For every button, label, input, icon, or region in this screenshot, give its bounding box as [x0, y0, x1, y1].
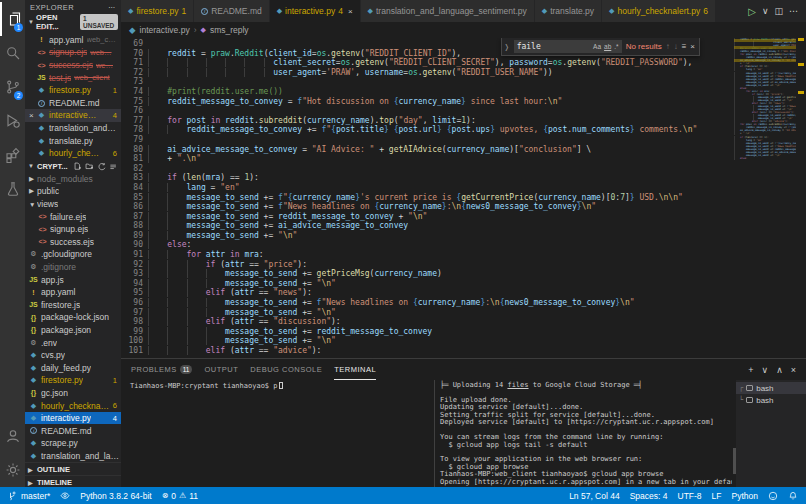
terminal-pane-left[interactable]: Tianhaos-MBP:cryptant tianhaoyao$ p: [121, 380, 435, 487]
open-editor-item[interactable]: ◆translate.py: [25, 134, 121, 147]
regex-icon[interactable]: .*: [614, 43, 618, 50]
tree-item-README-md[interactable]: iREADME.md: [25, 424, 121, 437]
panel-tab-terminal[interactable]: TERMINAL: [334, 359, 376, 380]
terminal-tab-bash[interactable]: └bash: [736, 394, 806, 406]
collapse-all-icon[interactable]: [109, 162, 118, 171]
open-editor-item[interactable]: ◆translation_and…: [25, 122, 121, 135]
activity-account[interactable]: [0, 419, 25, 453]
timeline-header[interactable]: ▶ TIMELINE: [25, 475, 121, 487]
tab-translate-py[interactable]: ◆translate.py: [535, 0, 602, 22]
tree-item-daily-feed-py[interactable]: ◆daily_feed.py: [25, 361, 121, 374]
tab-close-icon[interactable]: ×: [348, 7, 353, 16]
terminal-dropdown-icon[interactable]: ∨: [762, 365, 769, 375]
activity-testing[interactable]: [0, 172, 25, 206]
tree-item-package-lock-json[interactable]: {}package-lock.json: [25, 311, 121, 324]
find-in-selection-icon[interactable]: ≡: [682, 42, 687, 51]
open-editor-item[interactable]: <>success.ejswe…: [25, 59, 121, 72]
activity-explorer[interactable]: 1: [0, 2, 25, 36]
tree-item--env[interactable]: ⚙.env: [25, 336, 121, 349]
breadcrumb-file[interactable]: interactive.py: [140, 25, 190, 35]
language-mode-item[interactable]: Python: [732, 491, 758, 501]
tab-README-md[interactable]: iREADME.md: [194, 0, 270, 22]
encoding-item[interactable]: UTF-8: [678, 491, 702, 501]
activity-scm[interactable]: 2: [0, 70, 25, 104]
open-editor-item[interactable]: ◆firestore.py1: [25, 84, 121, 97]
find-next-icon[interactable]: ↓: [674, 42, 678, 51]
tab-firestore-py[interactable]: ◆firestore.py1: [121, 0, 194, 22]
activity-extensions[interactable]: [0, 138, 25, 172]
tree-item-firestore-py[interactable]: ◆firestore.py1: [25, 374, 121, 387]
tree-item-translation-and-lan-[interactable]: ◆translation_and_lan…: [25, 450, 121, 463]
tree-item-hourly-checkna-[interactable]: ◆hourly_checkna…6: [25, 399, 121, 412]
terminal-scrollbar[interactable]: [732, 380, 736, 487]
indentation-item[interactable]: Spaces: 4: [630, 491, 668, 501]
open-editor-item[interactable]: iREADME.md: [25, 97, 121, 110]
tree-item-success-ejs[interactable]: <>success.ejs: [25, 236, 121, 249]
open-editor-item[interactable]: !app.yamlweb_c…: [25, 34, 121, 47]
outline-header[interactable]: ▶ OUTLINE: [25, 462, 121, 475]
panel-tab-debug-console[interactable]: DEBUG CONSOLE: [250, 359, 322, 380]
terminal-pane-right[interactable]: ╞═ Uploading 14 files to Google Cloud St…: [435, 380, 732, 487]
activity-settings[interactable]: [0, 453, 25, 487]
tab-translation-and-language-sentiment-py[interactable]: ◆translation_and_language_sentiment.py: [361, 0, 535, 22]
more-actions-icon[interactable]: ⋯: [789, 6, 798, 16]
breadcrumb-symbol[interactable]: sms_reply: [210, 25, 249, 35]
cursor-position-item[interactable]: Ln 57, Col 44: [569, 491, 620, 501]
watch-item[interactable]: [60, 491, 70, 501]
tree-item-views[interactable]: ▼views: [25, 198, 121, 211]
tree-item-app-yaml[interactable]: !app.yaml: [25, 286, 121, 299]
terminal-tab-bash[interactable]: ┌bash: [736, 382, 806, 394]
tree-item--gitignore[interactable]: ⚙.gitignore: [25, 261, 121, 274]
close-panel-icon[interactable]: ×: [791, 365, 796, 375]
open-editor-item[interactable]: <>signup.ejsweb…: [25, 46, 121, 59]
open-editors-header[interactable]: ▼ OPEN EDIT... 1 UNSAVED: [25, 15, 121, 28]
match-case-icon[interactable]: Aa: [593, 43, 601, 50]
tree-item-cvs-py[interactable]: ◆cvs.py: [25, 349, 121, 362]
tree-item-gc-json[interactable]: {}gc.json: [25, 387, 121, 400]
panel-tab-problems[interactable]: PROBLEMS11: [131, 359, 192, 380]
tab-hourly-checknalert-py[interactable]: ◆hourly_checknalert.py6: [602, 0, 716, 22]
new-file-icon[interactable]: [73, 162, 82, 171]
close-icon[interactable]: ×: [29, 111, 37, 120]
minimap[interactable]: reddit = praw.Reddit(client_id=os.getenv…: [734, 38, 796, 358]
run-button[interactable]: ▷: [748, 6, 756, 17]
git-branch-item[interactable]: master*: [8, 491, 50, 501]
activity-debug[interactable]: [0, 104, 25, 138]
run-dropdown-icon[interactable]: ∨: [762, 6, 769, 16]
feedback-item[interactable]: [768, 491, 778, 501]
code-editor[interactable]: 6970 reddit = praw.Reddit(client_id=os.g…: [121, 38, 734, 358]
panel-tab-output[interactable]: OUTPUT: [204, 359, 238, 380]
tree-item-failure-ejs[interactable]: <>failure.ejs: [25, 210, 121, 223]
python-interpreter-item[interactable]: Python 3.8.2 64-bit: [80, 491, 151, 501]
tree-item-scrape-py[interactable]: ◆scrape.py: [25, 437, 121, 450]
maximize-panel-icon[interactable]: ∧: [776, 365, 783, 375]
tree-item-package-json[interactable]: {}package.json: [25, 324, 121, 337]
whole-word-icon[interactable]: ab: [604, 43, 611, 50]
file-label: firestore.js: [41, 300, 80, 310]
eol-item[interactable]: LF: [712, 491, 722, 501]
split-editor-icon[interactable]: ◫: [774, 6, 783, 16]
open-editor-item[interactable]: ◆hourly_che…6: [25, 147, 121, 160]
problems-summary-item[interactable]: ⊗0⚠11: [162, 491, 198, 501]
tree-item-firestore-js[interactable]: JSfirestore.js: [25, 298, 121, 311]
activity-search[interactable]: [0, 36, 25, 70]
tree-item-interactive-py[interactable]: ◆interactive.py4: [25, 412, 121, 425]
find-previous-icon[interactable]: ↑: [666, 42, 670, 51]
open-editor-item[interactable]: JStest.jsweb_client: [25, 71, 121, 84]
open-editor-item[interactable]: ×◆interactive…4: [25, 109, 121, 122]
tree-item--gcloudignore[interactable]: ⚙.gcloudignore: [25, 248, 121, 261]
tree-item-node-modules[interactable]: ▶node_modules: [25, 173, 121, 186]
more-actions-icon[interactable]: ⋯: [108, 3, 116, 12]
new-folder-icon[interactable]: [85, 162, 94, 171]
tree-item-app-js[interactable]: JSapp.js: [25, 273, 121, 286]
tree-item-public[interactable]: ▶public: [25, 185, 121, 198]
tab-interactive-py[interactable]: ◆interactive.py4×: [270, 0, 361, 22]
find-toggle-chevron-icon[interactable]: ❭: [504, 43, 510, 51]
workspace-header[interactable]: ▼ CRYPT...: [25, 160, 121, 173]
tree-item-signup-ejs[interactable]: <>signup.ejs: [25, 223, 121, 236]
new-terminal-icon[interactable]: +: [748, 365, 753, 375]
find-input[interactable]: faile Aa ab .*: [514, 40, 622, 53]
refresh-icon[interactable]: [97, 162, 106, 171]
find-close-icon[interactable]: ×: [690, 42, 695, 51]
notifications-item[interactable]: [788, 491, 798, 501]
